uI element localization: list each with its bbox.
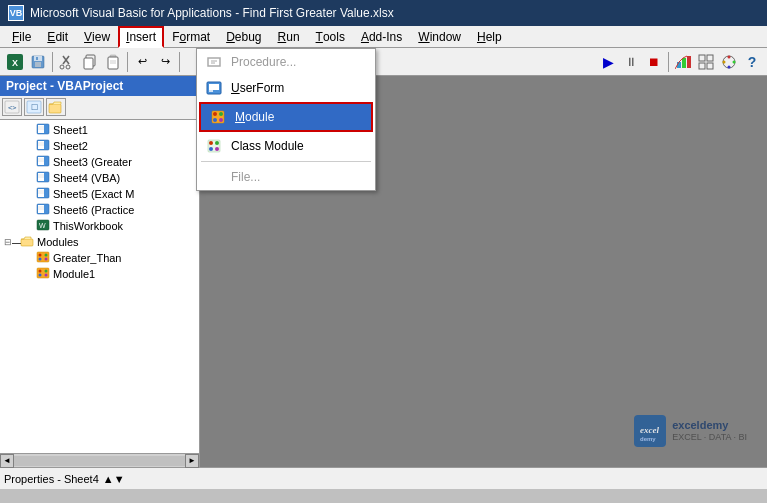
panel-toggle-folders-btn[interactable] (46, 98, 66, 116)
svg-point-8 (219, 112, 223, 116)
title-text: Microsoft Visual Basic for Applications … (30, 6, 394, 20)
tb-save-icon[interactable] (27, 51, 49, 73)
tree-item-sheet4[interactable]: Sheet4 (VBA) (0, 170, 199, 186)
tb-stop-icon[interactable]: ⏹ (643, 51, 665, 73)
sheet-icon (36, 139, 50, 153)
svg-point-15 (215, 147, 219, 151)
tree-item-modules-folder[interactable]: ⊟ — Modules (0, 234, 199, 250)
class-module-label: Class Module (231, 139, 367, 153)
tb-sep1 (52, 52, 53, 72)
menu-addins[interactable]: Add-Ins (353, 26, 410, 48)
scroll-right-btn[interactable]: ► (185, 454, 199, 468)
svg-rect-4 (209, 84, 219, 90)
menu-help[interactable]: Help (469, 26, 510, 48)
watermark-text-content: exceldemy EXCEL · DATA · BI (672, 418, 747, 444)
svg-rect-81 (37, 268, 49, 278)
svg-text:X: X (12, 58, 18, 68)
menu-item-class-module[interactable]: Class Module (197, 133, 375, 159)
horizontal-scrollbar[interactable]: ◄ ► (0, 453, 199, 467)
menu-view[interactable]: View (76, 26, 118, 48)
menu-file[interactable]: File (4, 26, 39, 48)
module-label: Module (235, 110, 363, 124)
tb-design-icon[interactable] (672, 51, 694, 73)
watermark-logo: excel demy (634, 415, 666, 447)
menu-insert[interactable]: Insert (118, 26, 164, 48)
svg-rect-37 (699, 63, 705, 69)
scroll-left-btn[interactable]: ◄ (0, 454, 14, 468)
tree-item-sheet5[interactable]: Sheet5 (Exact M (0, 186, 199, 202)
sheet-icon (36, 203, 50, 217)
tb-grid-icon[interactable] (695, 51, 717, 73)
tb-undo-icon[interactable]: ↩ (131, 51, 153, 73)
svg-point-9 (213, 118, 217, 122)
tree-item-sheet6[interactable]: Sheet6 (Practice (0, 202, 199, 218)
tree-item-sheet2[interactable]: Sheet2 (0, 138, 199, 154)
greater-than-label: Greater_Than (53, 252, 121, 264)
svg-text:☐: ☐ (31, 103, 38, 112)
menu-item-module[interactable]: Module (201, 104, 371, 130)
sheet6-label: Sheet6 (Practice (53, 204, 134, 216)
svg-point-41 (733, 60, 736, 63)
sheet-icon (36, 187, 50, 201)
svg-rect-36 (707, 55, 713, 61)
menu-window[interactable]: Window (410, 26, 469, 48)
tb-help-icon[interactable]: ? (741, 51, 763, 73)
menu-item-userform[interactable]: UserForm (197, 75, 375, 101)
menu-debug[interactable]: Debug (218, 26, 269, 48)
tree-view: Sheet1 Sheet2 Sheet3 (Greater (0, 120, 199, 453)
svg-point-13 (215, 141, 219, 145)
tb-pause-icon[interactable]: ⏸ (620, 51, 642, 73)
svg-text:demy: demy (640, 436, 656, 442)
svg-point-42 (728, 65, 731, 68)
menu-tools[interactable]: Tools (308, 26, 353, 48)
svg-rect-20 (35, 62, 41, 67)
workbook-icon: W (36, 219, 50, 233)
menu-item-file[interactable]: File... (197, 164, 375, 190)
tree-item-sheet3[interactable]: Sheet3 (Greater (0, 154, 199, 170)
svg-rect-38 (707, 63, 713, 69)
module1-label: Module1 (53, 268, 95, 280)
properties-label: Properties - Sheet4 (4, 473, 99, 485)
svg-rect-33 (682, 58, 686, 68)
tree-item-sheet1[interactable]: Sheet1 (0, 122, 199, 138)
title-bar: VB Microsoft Visual Basic for Applicatio… (0, 0, 767, 26)
tb-palette-icon[interactable] (718, 51, 740, 73)
menu-format[interactable]: Format (164, 26, 218, 48)
svg-point-79 (39, 258, 42, 261)
tree-item-module1[interactable]: Module1 (0, 266, 199, 282)
menu-run[interactable]: Run (270, 26, 308, 48)
menu-item-procedure[interactable]: Procedure... (197, 49, 375, 75)
sheet4-label: Sheet4 (VBA) (53, 172, 120, 184)
sheet-icon (36, 155, 50, 169)
tb-paste-icon[interactable] (102, 51, 124, 73)
svg-rect-76 (37, 252, 49, 262)
svg-rect-27 (84, 58, 93, 69)
toolbar: X ↩ ↪ ▶ ⏸ ⏹ ? (0, 48, 767, 76)
svg-rect-75 (21, 239, 33, 246)
tb-cut-icon[interactable] (56, 51, 78, 73)
tb-redo-icon[interactable]: ↪ (154, 51, 176, 73)
tb-copy-icon[interactable] (79, 51, 101, 73)
sheet5-label: Sheet5 (Exact M (53, 188, 134, 200)
svg-point-85 (45, 274, 48, 277)
modules-folder-label: Modules (37, 236, 79, 248)
menu-edit[interactable]: Edit (39, 26, 76, 48)
svg-rect-48 (49, 104, 61, 113)
panel-view-code-btn[interactable]: <> (2, 98, 22, 116)
panel-header: Project - VBAProject (0, 76, 199, 96)
main-layout: Project - VBAProject <> ☐ Sheet1 (0, 76, 767, 467)
insert-dropdown-menu: Procedure... UserForm Module (196, 48, 376, 191)
svg-point-14 (209, 147, 213, 151)
svg-point-24 (60, 65, 64, 69)
tb-run-icon[interactable]: ▶ (597, 51, 619, 73)
tree-item-thisworkbook[interactable]: W ThisWorkbook (0, 218, 199, 234)
userform-label: UserForm (231, 81, 367, 95)
svg-point-10 (219, 118, 223, 122)
sheet1-label: Sheet1 (53, 124, 88, 136)
svg-point-82 (39, 270, 42, 273)
watermark-line1: exceldemy (672, 418, 747, 432)
svg-rect-34 (687, 56, 691, 68)
tb-excel-icon[interactable]: X (4, 51, 26, 73)
tree-item-greater-than[interactable]: Greater_Than (0, 250, 199, 266)
panel-view-object-btn[interactable]: ☐ (24, 98, 44, 116)
